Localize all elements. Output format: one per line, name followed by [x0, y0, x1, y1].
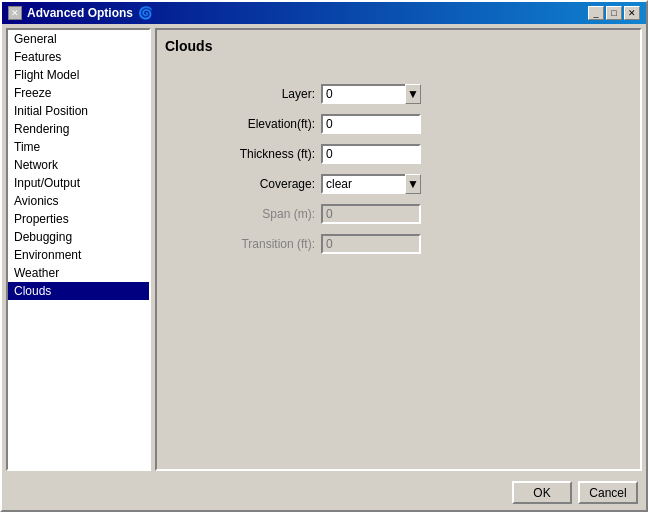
- span-label: Span (m):: [205, 207, 315, 221]
- coverage-row: Coverage: clear few scattered broken ove…: [205, 174, 632, 194]
- panel-title: Clouds: [165, 38, 632, 54]
- span-input: [321, 204, 421, 224]
- main-window: ✕ Advanced Options 🌀 _ □ ✕ GeneralFeatur…: [0, 0, 648, 512]
- transition-input: [321, 234, 421, 254]
- sidebar-item-features[interactable]: Features: [8, 48, 149, 66]
- span-row: Span (m):: [205, 204, 632, 224]
- sidebar-item-properties[interactable]: Properties: [8, 210, 149, 228]
- layer-row: Layer: 0 1 2 3 ▼: [205, 84, 632, 104]
- elevation-input[interactable]: [321, 114, 421, 134]
- sidebar-item-general[interactable]: General: [8, 30, 149, 48]
- sidebar-item-rendering[interactable]: Rendering: [8, 120, 149, 138]
- thickness-row: Thickness (ft):: [205, 144, 632, 164]
- maximize-button[interactable]: □: [606, 6, 622, 20]
- elevation-row: Elevation(ft):: [205, 114, 632, 134]
- sidebar-item-clouds[interactable]: Clouds: [8, 282, 149, 300]
- sidebar-item-network[interactable]: Network: [8, 156, 149, 174]
- sidebar-item-time[interactable]: Time: [8, 138, 149, 156]
- sidebar-item-environment[interactable]: Environment: [8, 246, 149, 264]
- main-panel: Clouds Layer: 0 1 2 3 ▼: [155, 28, 642, 471]
- sidebar-item-weather[interactable]: Weather: [8, 264, 149, 282]
- content-area: GeneralFeaturesFlight ModelFreezeInitial…: [2, 24, 646, 475]
- title-buttons: _ □ ✕: [588, 6, 640, 20]
- form-area: Layer: 0 1 2 3 ▼ Elevation(ft):: [165, 84, 632, 254]
- title-bar: ✕ Advanced Options 🌀 _ □ ✕: [2, 2, 646, 24]
- elevation-label: Elevation(ft):: [205, 117, 315, 131]
- sidebar-item-freeze[interactable]: Freeze: [8, 84, 149, 102]
- sidebar-item-initial-position[interactable]: Initial Position: [8, 102, 149, 120]
- sidebar-item-avionics[interactable]: Avionics: [8, 192, 149, 210]
- minimize-button[interactable]: _: [588, 6, 604, 20]
- layer-select[interactable]: 0 1 2 3: [321, 84, 421, 104]
- sidebar-item-input-output[interactable]: Input/Output: [8, 174, 149, 192]
- transition-row: Transition (ft):: [205, 234, 632, 254]
- window-icon: ✕: [8, 6, 22, 20]
- layer-label: Layer:: [205, 87, 315, 101]
- sidebar-item-flight-model[interactable]: Flight Model: [8, 66, 149, 84]
- transition-label: Transition (ft):: [205, 237, 315, 251]
- sidebar-item-debugging[interactable]: Debugging: [8, 228, 149, 246]
- footer: OK Cancel: [2, 475, 646, 510]
- thickness-input[interactable]: [321, 144, 421, 164]
- ok-button[interactable]: OK: [512, 481, 572, 504]
- close-button[interactable]: ✕: [624, 6, 640, 20]
- sidebar: GeneralFeaturesFlight ModelFreezeInitial…: [6, 28, 151, 471]
- coverage-label: Coverage:: [205, 177, 315, 191]
- window-subtitle: 🌀: [138, 6, 153, 20]
- cancel-button[interactable]: Cancel: [578, 481, 638, 504]
- window-title: Advanced Options: [27, 6, 133, 20]
- coverage-select-wrapper: clear few scattered broken overcast ▼: [321, 174, 421, 194]
- title-bar-left: ✕ Advanced Options 🌀: [8, 6, 153, 20]
- thickness-label: Thickness (ft):: [205, 147, 315, 161]
- layer-select-wrapper: 0 1 2 3 ▼: [321, 84, 421, 104]
- coverage-select[interactable]: clear few scattered broken overcast: [321, 174, 421, 194]
